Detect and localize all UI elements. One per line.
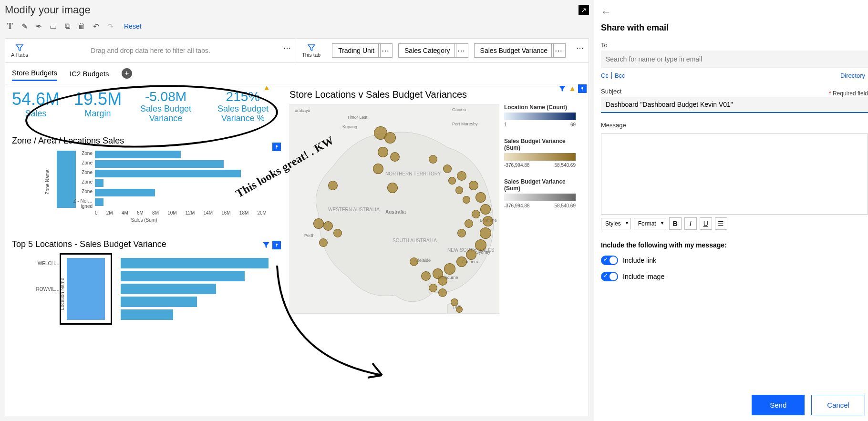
filter-pill[interactable]: Trading Unit (332, 43, 381, 58)
kpi-variance-pct: 215%Sales Budget Variance % (210, 89, 276, 123)
redo-icon[interactable]: ↷ (103, 19, 117, 33)
send-button[interactable]: Send (752, 395, 805, 415)
top5-chart-title: Top 5 Locations - Sales Budget Variance (12, 239, 276, 249)
pill-more-icon[interactable]: ⋯ (378, 43, 393, 58)
highlighter-tool-icon[interactable]: ✒ (31, 19, 46, 33)
svg-rect-3 (277, 245, 277, 247)
dashboard-canvas: All tabs Drag and drop data here to filt… (5, 38, 589, 416)
include-title: Include the following with my message: (601, 241, 868, 249)
all-tabs-label: All tabs (11, 52, 28, 58)
top5-chart[interactable]: Location Name WELCH… ROWVIL… (12, 253, 276, 329)
more-icon[interactable]: ⋯ (576, 43, 584, 52)
crop-tool-icon[interactable]: ⧉ (60, 19, 74, 33)
required-label: Required field (829, 90, 868, 97)
rectangle-tool-icon[interactable]: ▭ (46, 19, 60, 33)
kpi-variance: -5.08MSales Budget Variance (136, 89, 196, 123)
bcc-link[interactable]: Bcc (615, 72, 625, 79)
map-widget[interactable]: Australia NORTHERN TERRITORY WESTERN AUS… (289, 104, 499, 314)
pill-more-icon[interactable]: ⋯ (454, 43, 468, 58)
share-panel: ← Share with email To Cc Bcc Directory S… (594, 0, 868, 421)
pin-icon[interactable] (272, 241, 281, 249)
styles-dropdown[interactable]: Styles (601, 218, 631, 229)
to-label: To (601, 41, 868, 49)
tab-store-budgets[interactable]: Store Budgets (12, 66, 57, 81)
directory-link[interactable]: Directory (840, 72, 865, 79)
include-link-toggle[interactable] (601, 256, 618, 265)
include-image-label: Include image (623, 273, 664, 280)
expand-icon[interactable]: ↗ (579, 5, 589, 15)
svg-rect-1 (277, 147, 277, 149)
text-tool-icon[interactable]: T (3, 19, 17, 33)
include-image-toggle[interactable] (601, 272, 618, 281)
pen-tool-icon[interactable]: ✎ (17, 19, 31, 33)
pin-icon[interactable] (578, 84, 587, 93)
delete-tool-icon[interactable]: 🗑 (74, 19, 89, 33)
more-icon[interactable]: ⋯ (283, 43, 291, 52)
this-tab-label: This tab (302, 52, 320, 58)
recipient-input[interactable] (601, 51, 868, 68)
zone-chart[interactable]: Zone Name ZoneZoneZoneZoneZoneZ - No …ig… (12, 151, 276, 227)
kpi-margin: 19.5MMargin (74, 89, 122, 119)
kpi-sales: 54.6MSales (12, 89, 60, 119)
undo-icon[interactable]: ↶ (89, 19, 103, 33)
filter-hint: Drag and drop data here to filter all ta… (91, 47, 210, 54)
list-icon[interactable]: ☰ (715, 217, 727, 230)
zone-chart-title: Zone / Area / Locations Sales (12, 136, 276, 146)
warning-icon: ▲ (263, 83, 270, 92)
italic-icon[interactable]: I (684, 217, 697, 230)
back-arrow-icon[interactable]: ← (601, 6, 868, 18)
reset-button[interactable]: Reset (124, 22, 142, 30)
cc-link[interactable]: Cc (601, 72, 609, 79)
pill-more-icon[interactable]: ⋯ (551, 43, 566, 58)
zone-ylabel: Zone Name (45, 169, 50, 194)
format-dropdown[interactable]: Format (634, 218, 666, 229)
svg-rect-5 (582, 89, 583, 91)
filter-pill[interactable]: Sales Budget Variance (474, 43, 554, 58)
map-title: Store Locations v Sales Budget Variances (289, 89, 582, 100)
page-title: Modify your image (5, 4, 91, 16)
cancel-button[interactable]: Cancel (811, 395, 865, 415)
filter-pill[interactable]: Sales Category (398, 43, 456, 58)
include-link-label: Include link (623, 257, 656, 264)
bold-icon[interactable]: B (669, 217, 682, 230)
subject-label: Subject (601, 88, 621, 95)
subject-input[interactable] (601, 97, 868, 113)
funnel-icon (15, 43, 24, 52)
funnel-icon (307, 43, 316, 52)
message-label: Message (601, 122, 868, 129)
pin-icon[interactable] (272, 143, 281, 151)
underline-icon[interactable]: U (700, 217, 712, 230)
tab-ic2-budgets[interactable]: IC2 Budgets (70, 67, 109, 81)
message-editor[interactable] (601, 133, 868, 215)
warning-icon: ▲ (568, 84, 576, 93)
funnel-icon[interactable] (262, 241, 270, 249)
share-title: Share with email (601, 23, 868, 33)
image-toolbar: T ✎ ✒ ▭ ⧉ 🗑 ↶ ↷ Reset (0, 16, 594, 38)
add-tab-button[interactable]: + (122, 68, 132, 79)
zone-xlabel: Sales (Sum) (131, 217, 157, 223)
funnel-icon[interactable] (558, 84, 567, 93)
